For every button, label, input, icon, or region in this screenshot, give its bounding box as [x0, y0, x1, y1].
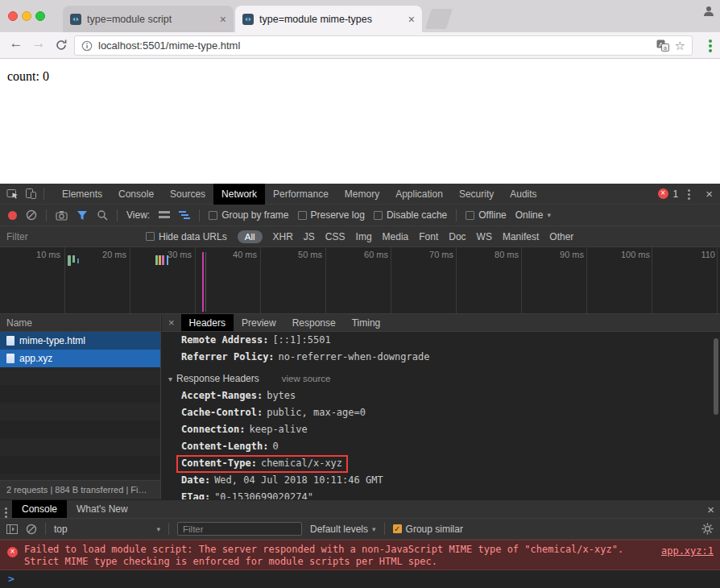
drawer-menu-icon[interactable] [5, 507, 7, 510]
preserve-log-checkbox[interactable]: Preserve log [298, 209, 365, 221]
console-filter-input[interactable] [177, 522, 302, 536]
triangle-down-icon[interactable]: ▾ [168, 375, 172, 383]
network-overview-timeline[interactable]: 10 ms 20 ms 30 ms 40 ms 50 ms 60 ms 70 m… [0, 247, 720, 314]
large-rows-icon[interactable] [159, 210, 170, 220]
error-source-link[interactable]: app.xyz:1 [661, 545, 714, 557]
tab-response[interactable]: Response [284, 314, 344, 331]
window-zoom-button[interactable] [35, 11, 45, 21]
filter-type-media[interactable]: Media [383, 231, 409, 242]
tab-sources[interactable]: Sources [162, 184, 213, 205]
tab-audits[interactable]: Audits [502, 184, 544, 205]
group-similar-checkbox[interactable]: ✓Group similar [393, 524, 463, 535]
group-by-frame-checkbox[interactable]: Group by frame [209, 209, 288, 221]
filter-type-xhr[interactable]: XHR [273, 231, 293, 242]
log-levels-dropdown[interactable]: Default levels▾ [310, 524, 376, 535]
header-value: public, max-age=0 [267, 407, 366, 418]
window-close-button[interactable] [8, 11, 18, 21]
tab-timing[interactable]: Timing [344, 314, 389, 331]
error-count[interactable]: 1 [673, 188, 679, 200]
tab-elements[interactable]: Elements [54, 184, 110, 205]
checkbox-checked-icon[interactable]: ✓ [393, 524, 402, 533]
window-minimize-button[interactable] [22, 11, 31, 21]
console-error-message: Failed to load module script: The server… [24, 544, 636, 568]
new-tab-button[interactable] [425, 9, 453, 29]
back-button[interactable]: ← [6, 35, 26, 52]
inspect-element-icon[interactable] [6, 188, 19, 200]
network-filter-input[interactable] [0, 231, 135, 242]
separator [117, 209, 118, 222]
tab-application[interactable]: Application [387, 184, 451, 205]
filter-type-ws[interactable]: WS [477, 231, 492, 242]
translate-icon[interactable]: Aa [656, 39, 669, 52]
tab-close-icon[interactable]: × [408, 14, 415, 25]
tab-console[interactable]: Console [110, 184, 162, 205]
device-toolbar-icon[interactable] [25, 188, 37, 200]
tab-security[interactable]: Security [451, 184, 502, 205]
hide-data-urls-checkbox[interactable]: Hide data URLs [146, 231, 227, 242]
scrollbar[interactable] [714, 338, 718, 415]
console-sidebar-icon[interactable] [6, 524, 18, 534]
header-line: Content-Length:0 [162, 438, 720, 455]
request-row-app-xyz[interactable]: app.xyz [0, 350, 160, 367]
execution-context-dropdown[interactable]: top▾ [54, 524, 160, 535]
offline-checkbox[interactable]: Offline [466, 209, 506, 221]
console-prompt-row[interactable]: > [0, 570, 720, 588]
checkbox-icon[interactable] [466, 211, 474, 220]
screenshot-camera-icon[interactable] [56, 210, 68, 221]
disable-cache-checkbox[interactable]: Disable cache [374, 209, 447, 221]
checkbox-icon[interactable] [374, 211, 383, 220]
devtools-left-icons [0, 188, 51, 200]
close-detail-icon[interactable]: × [162, 314, 181, 331]
chrome-menu-icon[interactable] [709, 39, 712, 43]
close-devtools-icon[interactable]: × [700, 187, 718, 201]
throttling-dropdown[interactable]: Online▾ [515, 209, 551, 221]
browser-tab-script[interactable]: type=module script × [63, 6, 234, 32]
browser-tab-mime-types[interactable]: type=module mime-types × [235, 6, 422, 32]
filter-type-font[interactable]: Font [419, 231, 438, 242]
info-icon[interactable] [81, 40, 93, 52]
forward-button[interactable]: → [29, 35, 48, 52]
header-value: Wed, 04 Jul 2018 10:11:46 GMT [214, 474, 383, 486]
response-headers-section[interactable]: ▾Response Headersview source [162, 371, 720, 387]
chevron-down-icon: ▾ [372, 525, 376, 533]
filter-type-css[interactable]: CSS [325, 231, 346, 242]
clear-icon[interactable] [26, 209, 37, 221]
name-column-header[interactable]: Name [0, 314, 160, 332]
checkbox-icon[interactable] [298, 211, 307, 220]
clear-console-icon[interactable] [26, 524, 37, 535]
view-label: View: [126, 209, 150, 221]
network-request-list: Name mime-type.html app.xyz 2 requests |… [0, 314, 161, 499]
profile-icon[interactable] [702, 5, 715, 21]
filter-type-manifest[interactable]: Manifest [503, 231, 539, 242]
filter-type-all[interactable]: All [238, 230, 263, 243]
bookmark-star-icon[interactable]: ☆ [675, 39, 685, 53]
filter-funnel-icon[interactable] [77, 210, 88, 221]
filter-type-js[interactable]: JS [304, 231, 315, 242]
record-button[interactable] [8, 211, 17, 220]
checkbox-label: Hide data URLs [159, 231, 227, 242]
close-drawer-icon[interactable]: × [701, 503, 720, 516]
request-row-mime-type[interactable]: mime-type.html [0, 332, 160, 350]
separator [199, 209, 200, 222]
view-source-link[interactable]: view source [282, 374, 331, 383]
address-bar[interactable]: localhost:5501/mime-type.html Aa ☆ [74, 35, 693, 56]
error-badge-icon[interactable]: × [658, 188, 668, 199]
checkbox-icon[interactable] [209, 211, 217, 220]
tab-performance[interactable]: Performance [265, 184, 337, 205]
tab-close-icon[interactable]: × [220, 14, 226, 25]
tab-preview[interactable]: Preview [234, 314, 284, 331]
drawer-tab-console[interactable]: Console [12, 500, 67, 518]
show-overview-icon[interactable] [179, 210, 190, 220]
tab-network[interactable]: Network [213, 184, 265, 205]
reload-button[interactable] [52, 39, 71, 56]
tab-memory[interactable]: Memory [337, 184, 387, 205]
filter-type-other[interactable]: Other [549, 231, 573, 242]
search-icon[interactable] [97, 209, 108, 221]
filter-type-doc[interactable]: Doc [449, 231, 466, 242]
tab-headers[interactable]: Headers [181, 314, 234, 331]
filter-type-img[interactable]: Img [356, 231, 372, 242]
console-settings-gear-icon[interactable] [701, 523, 714, 535]
drawer-tab-whats-new[interactable]: What's New [67, 500, 138, 518]
checkbox-icon[interactable] [146, 232, 155, 241]
more-options-icon[interactable] [688, 189, 690, 192]
